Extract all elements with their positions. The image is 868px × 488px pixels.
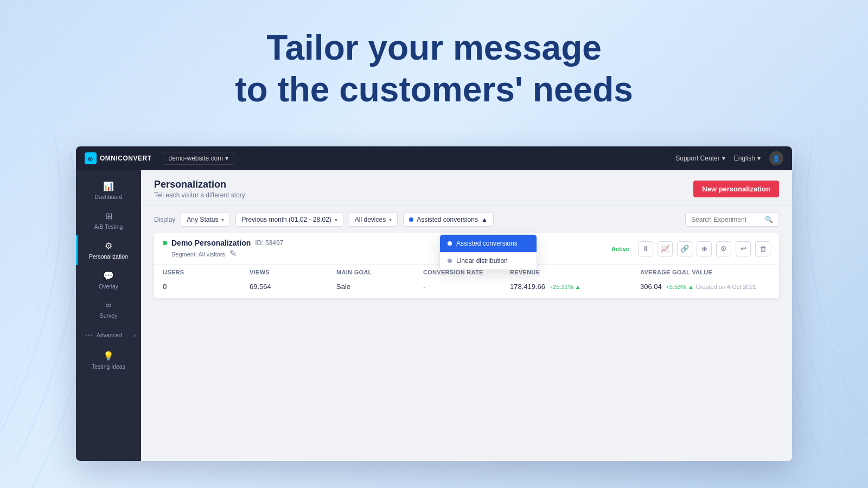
- pause-button[interactable]: ⏸: [638, 241, 653, 256]
- restore-button[interactable]: ↩: [736, 241, 751, 256]
- sidebar-item-overlay[interactable]: 💬 Overlay: [76, 265, 141, 295]
- search-box[interactable]: 🔍: [685, 213, 779, 227]
- sidebar-item-personalization[interactable]: ⚙ Personalization: [76, 235, 141, 265]
- device-filter-value: All devices: [355, 216, 386, 223]
- sidebar-label-overlay: Overlay: [99, 283, 118, 290]
- support-label: Support Center: [675, 155, 719, 162]
- new-personalization-button[interactable]: New personalization: [693, 181, 779, 197]
- settings-button[interactable]: ⚙: [716, 241, 731, 256]
- revenue-change: +25.31% ▲: [550, 284, 581, 290]
- val-users: 0: [163, 282, 250, 291]
- experiment-status-dot: [163, 241, 167, 245]
- brand: ◎ OMNICONVERT: [85, 152, 152, 164]
- site-selector[interactable]: demo-website.com ▾: [163, 152, 235, 165]
- link-button[interactable]: 🔗: [677, 241, 692, 256]
- support-chevron: ▾: [722, 155, 725, 162]
- date-filter-arrow: ▾: [335, 217, 337, 223]
- navbar: ◎ OMNICONVERT demo-website.com ▾ Support…: [76, 146, 792, 170]
- language-chevron: ▾: [757, 155, 761, 162]
- col-users: Users: [163, 269, 250, 275]
- copy-button[interactable]: ⊕: [697, 241, 712, 256]
- user-avatar[interactable]: 👤: [769, 151, 783, 165]
- page-header-left: Personalization Tell each visitor a diff…: [154, 179, 245, 199]
- sidebar-label-ab-testing: A/B Testing: [94, 223, 123, 230]
- device-filter-arrow: ▾: [389, 217, 392, 223]
- testing-ideas-icon: 💡: [103, 351, 114, 361]
- col-main-goal: Main Goal: [336, 269, 423, 275]
- hero-section: Tailor your message to the customers' ne…: [0, 27, 868, 111]
- val-avg-goal: 306.04 +5.53% ▲ Created on 4 Oct 2021: [640, 282, 770, 291]
- status-filter-arrow: ▾: [221, 217, 224, 223]
- conversion-dropdown: Assisted conversions Linear distribution: [439, 234, 537, 270]
- language-label: English: [734, 155, 755, 162]
- avg-goal-value: 306.04: [640, 282, 662, 291]
- page-subtitle: Tell each visitor a different story: [154, 191, 245, 199]
- sidebar-label-testing-ideas: Testing Ideas: [92, 363, 125, 370]
- search-icon: 🔍: [765, 216, 773, 223]
- sidebar-item-ab-testing[interactable]: ⊞ A/B Testing: [76, 206, 141, 235]
- ab-testing-icon: ⊞: [105, 211, 112, 221]
- experiment-segment: Segment: All visitors: [171, 251, 225, 258]
- support-center[interactable]: Support Center ▾: [675, 155, 725, 162]
- display-label: Display: [154, 216, 175, 223]
- app-window: ◎ OMNICONVERT demo-website.com ▾ Support…: [76, 146, 792, 461]
- content-area: Personalization Tell each visitor a diff…: [141, 170, 792, 461]
- sidebar-label-survey: Survey: [100, 312, 118, 319]
- advanced-left: ⋯ Advanced: [85, 330, 122, 340]
- sidebar-item-survey[interactable]: ∞ Survey: [76, 295, 141, 324]
- dropdown-item-linear[interactable]: Linear distribution: [440, 252, 537, 269]
- status-filter[interactable]: Any Status ▾: [181, 213, 230, 227]
- device-filter[interactable]: All devices ▾: [349, 213, 398, 227]
- experiment-info: Demo Personalization ID: 53497 Segment: …: [163, 239, 283, 259]
- date-filter[interactable]: Previous month (01.02 - 28.02) ▾: [235, 213, 343, 227]
- dropdown-item-assisted[interactable]: Assisted conversions: [440, 235, 537, 252]
- stats-values: 0 69.564 Sale - 178,419.66 +25.31% ▲ 306…: [154, 278, 779, 298]
- val-main-goal: Sale: [336, 282, 423, 291]
- experiment-name-row: Demo Personalization ID: 53497: [163, 239, 283, 247]
- assisted-label: Assisted conversions: [456, 240, 518, 247]
- val-views: 69.564: [250, 282, 336, 291]
- sidebar-item-advanced[interactable]: ⋯ Advanced ›: [76, 324, 141, 345]
- segment-edit-icon[interactable]: ✎: [229, 248, 237, 259]
- revenue-value: 178,419.66: [510, 282, 545, 291]
- advanced-arrow: ›: [133, 332, 136, 338]
- language-selector[interactable]: English ▾: [734, 155, 761, 162]
- delete-button[interactable]: 🗑: [755, 241, 770, 256]
- hero-title: Tailor your message to the customers' ne…: [0, 27, 868, 111]
- created-date: Created on 4 Oct 2021: [696, 284, 761, 290]
- page-header: Personalization Tell each visitor a diff…: [141, 170, 792, 206]
- experiment-id: ID: 53497: [255, 239, 283, 247]
- stats-button[interactable]: 📈: [658, 241, 673, 256]
- experiment-name[interactable]: Demo Personalization: [171, 239, 251, 247]
- page-title: Personalization: [154, 179, 245, 190]
- sidebar-label-dashboard: Dashboard: [94, 194, 122, 200]
- personalization-icon: ⚙: [105, 241, 112, 251]
- linear-label: Linear distribution: [456, 257, 508, 265]
- val-conversion-rate: -: [423, 282, 510, 291]
- col-avg-goal: Average Goal Value: [640, 269, 770, 275]
- val-revenue: 178,419.66 +25.31% ▲: [510, 282, 640, 291]
- experiment-actions: Active ⏸ 📈 🔗 ⊕ ⚙ ↩ 🗑: [611, 241, 770, 256]
- search-input[interactable]: [691, 216, 762, 223]
- navbar-right: Support Center ▾ English ▾ 👤: [675, 151, 783, 165]
- brand-icon: ◎: [85, 152, 97, 164]
- hero-line1: Tailor your message: [0, 27, 868, 69]
- col-views: Views: [250, 269, 336, 275]
- sidebar-item-testing-ideas[interactable]: 💡 Testing Ideas: [76, 345, 141, 375]
- experiment-segment-row: Segment: All visitors ✎: [163, 248, 283, 259]
- hero-line2: to the customers' needs: [0, 69, 868, 111]
- conversion-filter-arrow: ▲: [481, 216, 488, 223]
- conversion-filter[interactable]: Assisted conversions ▲: [403, 213, 494, 227]
- user-icon: 👤: [773, 155, 780, 162]
- conversion-dot: [409, 217, 413, 222]
- dashboard-icon: 📊: [103, 181, 114, 191]
- conversion-filter-value: Assisted conversions: [417, 216, 478, 223]
- advanced-icon: ⋯: [85, 330, 93, 340]
- sidebar-label-advanced: Advanced: [97, 332, 122, 338]
- survey-icon: ∞: [105, 300, 111, 310]
- sidebar-item-dashboard[interactable]: 📊 Dashboard: [76, 176, 141, 206]
- status-badge: Active: [611, 246, 629, 252]
- main-layout: 📊 Dashboard ⊞ A/B Testing ⚙ Personalizat…: [76, 170, 792, 461]
- status-filter-value: Any Status: [187, 216, 218, 223]
- site-name: demo-website.com: [169, 155, 224, 162]
